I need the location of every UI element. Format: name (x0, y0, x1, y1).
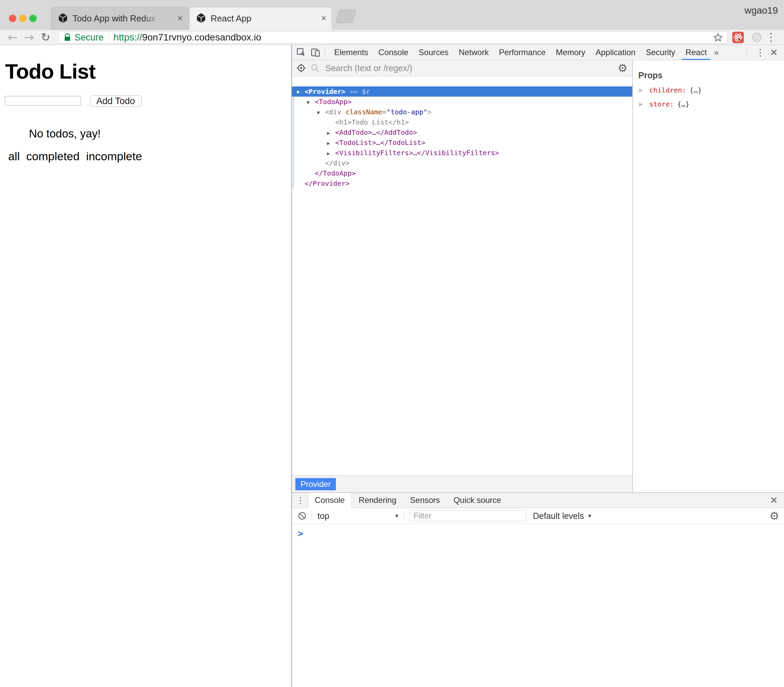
tree-token: <div (325, 108, 345, 116)
react-toolbar: ⚙ (292, 60, 632, 76)
close-window-button[interactable] (9, 15, 16, 22)
execution-context-select[interactable]: top ▼ (317, 511, 399, 521)
clear-console-icon[interactable] (297, 511, 307, 521)
back-icon[interactable]: ← (8, 30, 18, 44)
inspect-element-icon[interactable] (296, 47, 306, 58)
todo-input[interactable] (5, 96, 81, 105)
traffic-lights (9, 15, 37, 22)
browser-tab-strip: Todo App with Redux - CodeSa × React App… (0, 0, 784, 30)
devtools-tab-react[interactable]: React (680, 45, 712, 60)
breadcrumb-provider[interactable]: Provider (295, 478, 336, 490)
drawer-menu-icon[interactable]: ⋮ (296, 495, 305, 506)
bookmark-star-icon[interactable] (713, 32, 723, 43)
device-toolbar-icon[interactable] (310, 47, 321, 58)
zoom-window-button[interactable] (29, 15, 37, 22)
new-tab-button[interactable] (335, 10, 357, 23)
collapsed-arrow-icon[interactable]: ▶ (327, 148, 335, 159)
tree-token: … (376, 138, 380, 147)
expanded-arrow-icon[interactable]: ▼ (317, 107, 325, 118)
expanded-arrow-icon[interactable]: ▼ (307, 97, 315, 107)
empty-todos-message: No todos, yay! (29, 127, 101, 140)
tree-row[interactable]: </div> (292, 158, 632, 168)
tree-token: <h1>Todo List</h1> (335, 118, 409, 126)
address-bar[interactable]: Secure https:// 9on71rvnyo.codesandbox.i… (59, 31, 728, 44)
devtools-tabbar: ElementsConsoleSourcesNetworkPerformance… (292, 45, 784, 60)
drawer-tab-sensors[interactable]: Sensors (403, 493, 447, 508)
tree-row[interactable]: ▶<VisibilityFilters>…</VisibilityFilters… (292, 148, 632, 158)
devtools-tab-console[interactable]: Console (373, 45, 413, 60)
tree-token: > (427, 108, 431, 116)
tree-row[interactable]: <h1>Todo List</h1> (292, 117, 632, 127)
console-prompt-icon[interactable]: > (298, 528, 303, 539)
tree-token: = (383, 108, 386, 116)
devtools-tab-sources[interactable]: Sources (413, 45, 454, 60)
prop-value: {…} (689, 86, 702, 94)
devtools-tab-network[interactable]: Network (454, 45, 494, 60)
collapsed-arrow-icon[interactable]: ▶ (327, 138, 335, 148)
add-todo-button[interactable]: Add Todo (90, 95, 141, 107)
collapsed-arrow-icon[interactable]: ▶ (638, 87, 649, 93)
select-component-target-icon[interactable] (296, 63, 306, 73)
tree-row[interactable]: ▶<TodoList>…</TodoList> (292, 138, 632, 148)
tree-row[interactable]: ▼<TodoApp> (292, 97, 632, 107)
devtools-tab-security[interactable]: Security (641, 45, 680, 60)
devtools-menu-icon[interactable]: ⋮ (756, 47, 765, 58)
tree-row[interactable]: </TodoApp> (292, 168, 632, 178)
prop-row[interactable]: ▶children:{…} (638, 86, 784, 94)
props-pane: Props ▶children:{…}▶store:{…} (633, 60, 784, 492)
prop-row[interactable]: ▶store:{…} (638, 100, 784, 108)
tree-token: </VisibilityFilters> (417, 149, 499, 157)
filter-all[interactable]: all (8, 150, 20, 163)
tree-token: <AddTodo> (335, 128, 372, 136)
minimize-window-button[interactable] (19, 15, 26, 22)
expanded-arrow-icon[interactable]: ▼ (296, 87, 304, 97)
url-scheme: https:// (113, 32, 142, 43)
lock-icon (64, 33, 71, 42)
tree-row[interactable]: ▶<AddTodo>…</AddTodo> (292, 127, 632, 138)
collapsed-arrow-icon[interactable]: ▶ (638, 101, 649, 107)
tree-row[interactable]: </Provider> (292, 178, 632, 189)
browser-tab-codesandbox[interactable]: Todo App with Redux - CodeSa × (51, 7, 189, 30)
devtools-tabbar-tabs: ElementsConsoleSourcesNetworkPerformance… (329, 45, 712, 60)
devtools-tab-performance[interactable]: Performance (494, 45, 551, 60)
tree-token: </AddTodo> (376, 128, 417, 136)
tree-row[interactable]: ▼<Provider> == $r (292, 86, 632, 97)
tree-token: </TodoApp> (315, 169, 356, 177)
tree-token: </div> (325, 159, 350, 167)
forward-icon[interactable]: → (24, 30, 34, 44)
filter-completed[interactable]: completed (26, 150, 80, 163)
tree-token: "todo-app" (386, 108, 427, 116)
tree-indent-guide (293, 97, 294, 189)
console-filter-input[interactable] (410, 510, 526, 521)
more-tabs-icon[interactable]: » (714, 47, 719, 58)
collapsed-arrow-icon[interactable]: ▶ (327, 128, 335, 138)
devtools-tab-elements[interactable]: Elements (329, 45, 373, 60)
tab-close-icon[interactable]: × (321, 13, 326, 23)
browser-profile-name[interactable]: wgao19 (745, 5, 778, 16)
filter-incomplete[interactable]: incomplete (86, 150, 142, 163)
devtools-tab-memory[interactable]: Memory (551, 45, 591, 60)
devtools-close-icon[interactable]: ✕ (770, 47, 778, 58)
drawer-tab-quick-source[interactable]: Quick source (447, 493, 508, 508)
reload-icon[interactable]: ↻ (41, 30, 50, 44)
tree-token: <TodoApp> (315, 98, 352, 106)
drawer-tab-console[interactable]: Console (307, 493, 352, 508)
prop-key: children: (649, 86, 686, 94)
disabled-extension-icon[interactable] (751, 32, 762, 43)
react-devtools-extension-icon[interactable] (732, 32, 744, 43)
log-levels-select[interactable]: Default levels ▼ (533, 511, 592, 521)
drawer-tab-rendering[interactable]: Rendering (352, 493, 403, 508)
tree-token: </TodoList> (380, 138, 425, 147)
browser-tab-react-app[interactable]: React App × (189, 7, 332, 30)
console-settings-gear-icon[interactable]: ⚙ (769, 509, 779, 522)
drawer-close-icon[interactable]: ✕ (770, 495, 778, 506)
react-settings-gear-icon[interactable]: ⚙ (618, 62, 628, 74)
console-messages[interactable]: > (292, 524, 784, 539)
devtools-tab-application[interactable]: Application (590, 45, 640, 60)
tree-row[interactable]: ▼<div className="todo-app"> (292, 107, 632, 117)
secure-label: Secure (74, 32, 104, 43)
tab-close-icon[interactable]: × (178, 13, 183, 23)
react-search-input[interactable] (325, 63, 618, 74)
browser-menu-icon[interactable]: ⋮ (766, 30, 776, 44)
visibility-filters: allcompletedincomplete (8, 150, 142, 163)
